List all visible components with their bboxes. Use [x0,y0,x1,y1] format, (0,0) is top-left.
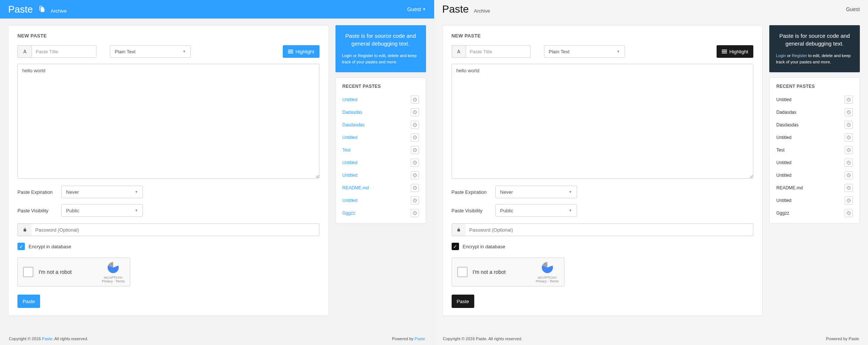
clock-icon [413,211,417,215]
syntax-select[interactable]: Plain Text ▼ [110,45,191,58]
recent-link[interactable]: Dadasdas [776,110,796,115]
recent-time-button[interactable] [411,133,419,142]
clock-icon [846,135,851,140]
clock-icon [846,97,851,102]
recent-link[interactable]: Untitled [343,160,358,165]
recent-link[interactable]: Dasdasdas [343,122,365,127]
encrypt-checkbox[interactable]: ✓ [17,243,25,250]
recaptcha-branding: reCAPTCHA Privacy - Terms [102,261,125,283]
highlight-button[interactable]: Highlight [717,45,753,58]
chevron-down-icon: ▼ [135,190,138,194]
chevron-down-icon: ▼ [569,190,572,194]
submit-paste-button[interactable]: Paste [452,295,474,308]
recent-link[interactable]: Test [343,147,351,153]
recent-pastes-card: RECENT PASTES UntitledDadasdasDasdasdasU… [335,77,426,223]
recent-link[interactable]: Untitled [776,135,792,140]
clock-icon [846,160,851,165]
recent-time-button[interactable] [411,184,419,192]
recent-link[interactable]: README.md [776,185,803,190]
clock-icon [846,173,851,178]
recent-time-button[interactable] [411,108,419,116]
recent-item: Untitled [343,156,419,169]
guest-label: Guest [407,6,421,12]
clock-icon [413,123,417,127]
brand[interactable]: Paste [8,4,33,15]
syntax-select[interactable]: Plain Text ▼ [544,45,625,58]
recent-time-button[interactable] [845,171,853,179]
visibility-select[interactable]: Public ▼ [61,204,143,217]
paste-title-input[interactable] [466,45,531,58]
recaptcha-widget[interactable]: I'm not a robot reCAPTCHA Privacy - Term… [452,258,564,286]
encrypt-checkbox[interactable]: ✓ [452,243,459,250]
recent-time-button[interactable] [845,96,853,104]
recent-link[interactable]: Untitled [343,135,358,140]
expiration-label: Paste Expiration [17,189,56,195]
clock-icon [413,173,417,178]
recent-link[interactable]: Test [776,147,785,153]
paste-title-input[interactable] [32,45,96,58]
register-link[interactable]: Register [358,53,373,58]
paste-title-group [17,45,96,58]
recent-item: Dasdasdas [343,119,419,131]
recent-time-button[interactable] [845,209,853,217]
footer-brand-link[interactable]: Paste [42,336,52,341]
recent-time-button[interactable] [845,146,853,154]
highlight-button[interactable]: Highlight [283,45,320,58]
recent-link[interactable]: Untitled [343,198,358,203]
recent-item: Dadasdas [776,106,853,119]
recent-time-button[interactable] [411,146,419,154]
recent-time-button[interactable] [411,96,419,104]
paste-content-textarea[interactable] [452,64,754,179]
login-link[interactable]: Login [776,53,786,58]
recent-link[interactable]: Untitled [776,198,792,203]
recent-link[interactable]: README.md [343,185,369,190]
recent-pastes-card: RECENT PASTES UntitledDadasdasDasdasdasU… [769,77,860,223]
info-title: Paste is for source code and general deb… [342,32,419,47]
brand[interactable]: Paste [442,3,469,15]
expiration-select[interactable]: Never ▼ [495,186,577,198]
nav-archive[interactable]: Archive [51,8,67,14]
login-link[interactable]: Login [342,53,352,58]
submit-paste-button[interactable]: Paste [17,295,40,308]
register-link[interactable]: Register [792,53,807,58]
recent-item: README.md [776,182,853,194]
recent-item: Untitled [776,194,853,207]
visibility-select[interactable]: Public ▼ [495,204,577,217]
recent-link[interactable]: Untitled [776,97,792,102]
recaptcha-widget[interactable]: I'm not a robot reCAPTCHA Privacy - Term… [17,258,130,286]
recent-item: Untitled [343,194,419,207]
recent-link[interactable]: Gggzz [776,210,789,216]
recaptcha-checkbox[interactable] [457,267,468,277]
recent-time-button[interactable] [845,196,853,205]
recent-time-button[interactable] [845,108,853,116]
expiration-select[interactable]: Never ▼ [61,186,143,198]
paste-content-textarea[interactable] [17,64,320,179]
recent-link[interactable]: Untitled [776,173,792,178]
password-input[interactable] [466,223,754,236]
footer-powered-link[interactable]: Paste [415,336,425,341]
recent-time-button[interactable] [411,196,419,205]
new-paste-card: NEW PASTE Plain Text ▼ Highlight [442,25,763,316]
recent-time-button[interactable] [845,184,853,192]
recent-link[interactable]: Dadasdas [343,110,363,115]
recent-time-button[interactable] [845,159,853,167]
recent-link[interactable]: Untitled [343,173,358,178]
highlight-label: Highlight [729,49,748,54]
recent-link[interactable]: Gggzz [343,210,356,216]
recent-time-button[interactable] [845,121,853,129]
nav-archive[interactable]: Archive [474,8,490,14]
clock-icon [413,97,417,102]
recent-link[interactable]: Untitled [776,160,792,165]
password-input[interactable] [32,223,320,236]
recent-time-button[interactable] [411,171,419,179]
recent-link[interactable]: Dasdasdas [776,122,799,127]
recent-time-button[interactable] [411,209,419,217]
recent-link[interactable]: Untitled [343,97,358,102]
nav-guest-dropdown[interactable]: Guest [846,6,860,12]
nav-guest-dropdown[interactable]: Guest ▼ [407,6,426,12]
recent-time-button[interactable] [411,121,419,129]
clock-icon [413,198,417,203]
recent-time-button[interactable] [411,159,419,167]
recaptcha-checkbox[interactable] [23,267,33,277]
recent-time-button[interactable] [845,133,853,142]
